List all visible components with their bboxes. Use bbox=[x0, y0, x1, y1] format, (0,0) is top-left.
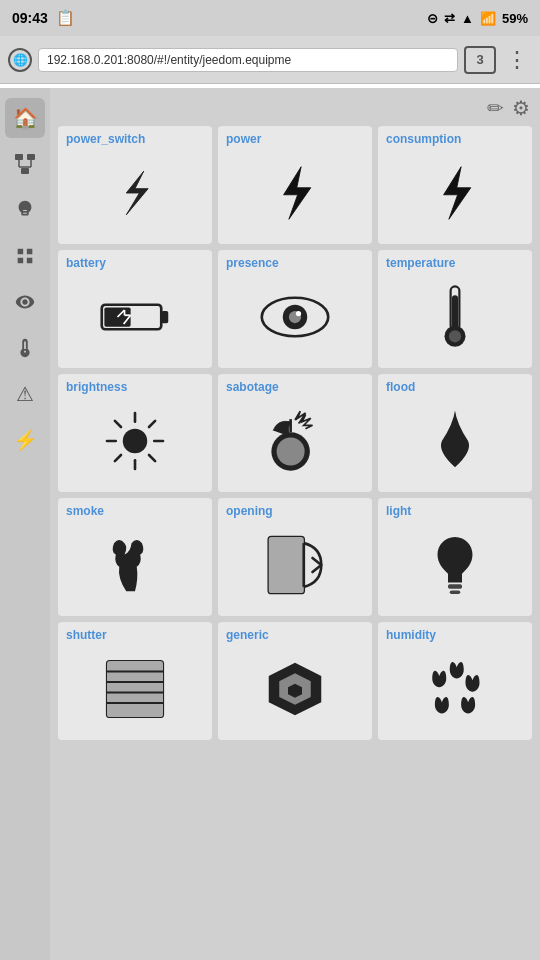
grid-item-brightness[interactable]: brightness bbox=[58, 374, 212, 492]
calendar-icon: 📋 bbox=[56, 9, 75, 27]
power-icon bbox=[226, 150, 364, 236]
consumption-icon bbox=[386, 150, 524, 236]
address-bar[interactable]: 192.168.0.201:8080/#!/entity/jeedom.equi… bbox=[38, 48, 458, 72]
grid-item-sabotage[interactable]: sabotage bbox=[218, 374, 372, 492]
pencil-action-icon[interactable]: ✏ bbox=[487, 96, 504, 120]
humidity-label: humidity bbox=[386, 628, 436, 642]
battery-icon bbox=[66, 274, 204, 360]
svg-point-32 bbox=[277, 438, 305, 466]
svg-rect-1 bbox=[27, 154, 35, 160]
shutter-label: shutter bbox=[66, 628, 107, 642]
wifi-icon: ▲ bbox=[461, 11, 474, 26]
svg-rect-0 bbox=[15, 154, 23, 160]
sidebar-item-plugins[interactable] bbox=[5, 236, 45, 276]
generic-icon bbox=[226, 646, 364, 732]
presence-icon bbox=[226, 274, 364, 360]
grid-item-opening[interactable]: opening bbox=[218, 498, 372, 616]
sidebar: 🏠 ⚠ ⚡ bbox=[0, 88, 50, 960]
light-icon bbox=[386, 522, 524, 608]
grid-item-consumption[interactable]: consumption bbox=[378, 126, 532, 244]
main-content: ✏ ⚙ power_switch power consumption bbox=[50, 88, 540, 960]
opening-icon bbox=[226, 522, 364, 608]
svg-rect-19 bbox=[452, 295, 458, 328]
globe-icon: 🌐 bbox=[8, 48, 32, 72]
svg-rect-8 bbox=[161, 311, 168, 323]
sidebar-item-hierarchy[interactable] bbox=[5, 144, 45, 184]
svg-rect-38 bbox=[450, 590, 461, 594]
temperature-label: temperature bbox=[386, 256, 455, 270]
sabotage-label: sabotage bbox=[226, 380, 279, 394]
svg-rect-35 bbox=[269, 537, 304, 593]
content-actions: ✏ ⚙ bbox=[58, 96, 532, 120]
time-display: 09:43 bbox=[12, 10, 48, 26]
svg-point-22 bbox=[123, 429, 148, 454]
svg-line-29 bbox=[149, 421, 155, 427]
power-switch-icon bbox=[66, 150, 204, 236]
humidity-icon bbox=[386, 646, 524, 732]
battery-label: battery bbox=[66, 256, 106, 270]
svg-line-27 bbox=[115, 421, 121, 427]
smoke-label: smoke bbox=[66, 504, 104, 518]
temperature-icon bbox=[386, 274, 524, 360]
svg-rect-40 bbox=[107, 661, 163, 717]
grid-item-temperature[interactable]: temperature bbox=[378, 250, 532, 368]
sync-icon: ⇄ bbox=[444, 11, 455, 26]
svg-line-28 bbox=[149, 455, 155, 461]
tab-button[interactable]: 3 bbox=[464, 46, 496, 74]
consumption-label: consumption bbox=[386, 132, 461, 146]
generic-label: generic bbox=[226, 628, 269, 642]
status-bar: 09:43 📋 ⊝ ⇄ ▲ 📶 59% bbox=[0, 0, 540, 36]
grid-item-flood[interactable]: flood bbox=[378, 374, 532, 492]
sidebar-item-scenario[interactable]: ⚡ bbox=[5, 420, 45, 460]
sidebar-item-warning[interactable]: ⚠ bbox=[5, 374, 45, 414]
grid-item-presence[interactable]: presence bbox=[218, 250, 372, 368]
grid-item-power-switch[interactable]: power_switch bbox=[58, 126, 212, 244]
battery-restrict-icon: ⊝ bbox=[427, 11, 438, 26]
grid-item-shutter[interactable]: shutter bbox=[58, 622, 212, 740]
svg-line-30 bbox=[115, 455, 121, 461]
smoke-icon bbox=[66, 522, 204, 608]
grid-item-battery[interactable]: battery bbox=[58, 250, 212, 368]
flood-label: flood bbox=[386, 380, 415, 394]
sidebar-item-temperature[interactable] bbox=[5, 328, 45, 368]
signal-icon: 📶 bbox=[480, 11, 496, 26]
battery-percent: 59% bbox=[502, 11, 528, 26]
grid-item-smoke[interactable]: smoke bbox=[58, 498, 212, 616]
grid-item-generic[interactable]: generic bbox=[218, 622, 372, 740]
browser-bar: 🌐 192.168.0.201:8080/#!/entity/jeedom.eq… bbox=[0, 36, 540, 84]
sidebar-item-home[interactable]: 🏠 bbox=[5, 98, 45, 138]
sidebar-item-view[interactable] bbox=[5, 282, 45, 322]
browser-menu-icon[interactable]: ⋮ bbox=[502, 47, 532, 73]
shutter-icon bbox=[66, 646, 204, 732]
opening-label: opening bbox=[226, 504, 273, 518]
presence-label: presence bbox=[226, 256, 279, 270]
light-label: light bbox=[386, 504, 411, 518]
grid-item-light[interactable]: light bbox=[378, 498, 532, 616]
power-label: power bbox=[226, 132, 261, 146]
sidebar-item-bulb[interactable] bbox=[5, 190, 45, 230]
grid-item-power[interactable]: power bbox=[218, 126, 372, 244]
brightness-icon bbox=[66, 398, 204, 484]
svg-rect-2 bbox=[21, 168, 29, 174]
equipment-grid: power_switch power consumption bbox=[58, 126, 532, 740]
brightness-label: brightness bbox=[66, 380, 127, 394]
grid-item-humidity[interactable]: humidity bbox=[378, 622, 532, 740]
sabotage-icon bbox=[226, 398, 364, 484]
svg-point-17 bbox=[296, 311, 301, 316]
gear-action-icon[interactable]: ⚙ bbox=[512, 96, 530, 120]
power-switch-label: power_switch bbox=[66, 132, 145, 146]
flood-icon bbox=[386, 398, 524, 484]
svg-point-21 bbox=[449, 330, 461, 342]
svg-rect-37 bbox=[448, 584, 462, 588]
